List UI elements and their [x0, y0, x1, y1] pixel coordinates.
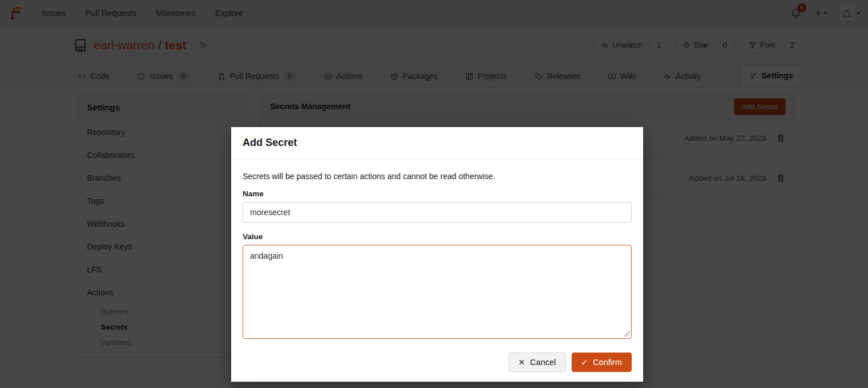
x-icon: ✕ [518, 358, 525, 366]
modal-body: Secrets will be passed to certain action… [231, 159, 643, 342]
modal-footer: ✕ Cancel ✓ Confirm [231, 342, 643, 382]
screen: Issues Pull Requests Milestones Explore … [0, 0, 868, 388]
add-secret-modal: Add Secret Secrets will be passed to cer… [231, 127, 643, 382]
modal-description: Secrets will be passed to certain action… [243, 172, 632, 181]
name-field-label: Name [243, 189, 632, 198]
cancel-button[interactable]: ✕ Cancel [509, 353, 566, 372]
confirm-button[interactable]: ✓ Confirm [572, 353, 632, 372]
secret-name-input[interactable] [243, 202, 632, 223]
confirm-label: Confirm [593, 358, 622, 367]
modal-header: Add Secret [231, 127, 643, 159]
check-icon: ✓ [581, 358, 588, 366]
cancel-label: Cancel [530, 358, 556, 367]
secret-value-textarea[interactable]: andagain [243, 245, 632, 339]
modal-title: Add Secret [243, 137, 297, 148]
value-field-label: Value [243, 232, 632, 241]
